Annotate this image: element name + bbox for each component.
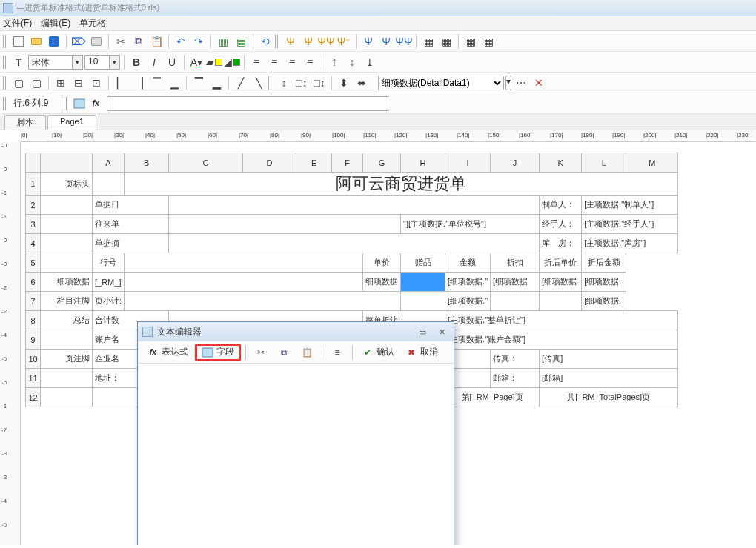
- insert-row-button[interactable]: ▤: [233, 33, 249, 50]
- report-title[interactable]: 阿可云商贸进货单: [125, 173, 678, 196]
- gripper-icon: [275, 35, 279, 48]
- dialog-close-button[interactable]: ✕: [434, 326, 449, 338]
- redo-button[interactable]: ↷: [190, 33, 207, 50]
- menu-cell[interactable]: 单元格: [79, 17, 106, 30]
- dialog-titlebar[interactable]: 文本编辑器 ▭ ✕: [138, 322, 454, 341]
- bold-button[interactable]: B: [128, 54, 145, 70]
- align-left-button[interactable]: ≡: [248, 54, 265, 70]
- font-t-button[interactable]: T: [10, 54, 27, 70]
- band-opt-button[interactable]: ⋯: [513, 75, 529, 91]
- link2-button[interactable]: □↕: [311, 75, 328, 91]
- bdiag2[interactable]: ╲: [251, 75, 267, 91]
- bthick1[interactable]: ▔: [190, 75, 207, 91]
- toolbar-formula: 行:6 列:9 fx: [0, 93, 756, 114]
- bside-t[interactable]: ▔: [148, 75, 165, 91]
- bdiag1[interactable]: ╱: [233, 75, 249, 91]
- border3-button[interactable]: ⊞: [53, 75, 69, 91]
- window-title: —进货单标准格式(进货单标准格式0.rls): [16, 2, 159, 13]
- toolbar-borders: ▢ ▢ ⊞ ⊟ ⊡ ▏ ▕ ▔ ▁ ▔ ▁ ╱ ╲ ↕ □↕ □↕ ⬍ ⬌ 细项…: [0, 73, 756, 93]
- size2-button[interactable]: ⬌: [354, 75, 370, 91]
- border4-button[interactable]: ⊟: [70, 75, 87, 91]
- size1-button[interactable]: ⬍: [336, 75, 352, 91]
- dlg-copy-button[interactable]: ⧉: [273, 344, 294, 361]
- band-del-button[interactable]: ✕: [531, 75, 547, 91]
- gripper-icon: [3, 56, 7, 69]
- italic-button[interactable]: I: [146, 54, 162, 70]
- grid2-button[interactable]: ▦: [438, 33, 454, 50]
- align-center-button[interactable]: ≡: [266, 54, 282, 70]
- cut-button[interactable]: ✂: [113, 33, 129, 50]
- underline-button[interactable]: U: [164, 54, 180, 70]
- band7-button[interactable]: ΨΨ: [396, 33, 412, 50]
- horizontal-ruler: |0||10||20||30||40||50||60||70||80||90||…: [21, 130, 756, 142]
- band-select-arrow[interactable]: ▾: [505, 76, 511, 90]
- bthick2[interactable]: ▁: [208, 75, 225, 91]
- border-color-button[interactable]: ◢: [224, 54, 240, 70]
- dialog-title-text: 文本编辑器: [157, 326, 202, 338]
- align-right-button[interactable]: ≡: [284, 54, 300, 70]
- grid3-button[interactable]: ▦: [462, 33, 479, 50]
- bside-b[interactable]: ▁: [166, 75, 182, 91]
- gripper-icon: [3, 35, 7, 48]
- cancel-button[interactable]: ✖取消: [401, 344, 442, 361]
- print-button[interactable]: [88, 33, 105, 50]
- expression-button[interactable]: fx 表达式: [142, 344, 193, 361]
- font-name-combo[interactable]: 宋体▾: [28, 55, 83, 70]
- save-button[interactable]: [46, 33, 62, 50]
- open-button[interactable]: [28, 33, 44, 50]
- dlg-cut-button[interactable]: ✂: [251, 344, 271, 361]
- undo-button[interactable]: ↶: [173, 33, 189, 50]
- bside-r[interactable]: ▕: [130, 75, 147, 91]
- anchor-button[interactable]: ↕: [276, 75, 292, 91]
- text-editor-dialog[interactable]: 文本编辑器 ▭ ✕ fx 表达式 字段 ✂ ⧉ 📋 ≡ ✔确认: [137, 321, 454, 545]
- band3-button[interactable]: ΨΨ: [318, 33, 334, 50]
- confirm-button[interactable]: ✔确认: [357, 344, 399, 361]
- font-color-button[interactable]: A▾: [188, 54, 205, 70]
- align-justify-button[interactable]: ≡: [302, 54, 318, 70]
- insert-col-button[interactable]: ▥: [215, 33, 231, 50]
- copy-button[interactable]: ⧉: [130, 33, 147, 50]
- tab-script[interactable]: 脚本: [4, 115, 46, 130]
- fx-icon[interactable]: fx: [89, 97, 102, 110]
- gripper-icon: [268, 76, 273, 90]
- exit-button[interactable]: ⟲: [257, 33, 273, 50]
- formula-input[interactable]: [107, 96, 388, 111]
- paste-button[interactable]: 📋: [148, 33, 165, 50]
- border2-button[interactable]: ▢: [28, 75, 44, 91]
- dialog-minimize-button[interactable]: ▭: [415, 326, 430, 338]
- selected-cell[interactable]: [401, 273, 445, 292]
- grid4-button[interactable]: ▦: [480, 33, 497, 50]
- band-select[interactable]: 细项数据(DetailData1): [378, 76, 504, 90]
- grid1-button[interactable]: ▦: [420, 33, 437, 50]
- valign-mid-button[interactable]: ↕: [344, 54, 360, 70]
- dialog-icon: [142, 327, 153, 337]
- dlg-paste-button[interactable]: 📋: [296, 344, 317, 361]
- gripper-icon: [3, 76, 7, 90]
- app-icon: [3, 3, 13, 13]
- font-size-combo[interactable]: 10▾: [84, 55, 120, 70]
- new-button[interactable]: [10, 33, 27, 50]
- cell-address-label: 行:6 列:9: [10, 97, 62, 110]
- band6-button[interactable]: Ψ: [378, 33, 394, 50]
- band5-button[interactable]: Ψ: [360, 33, 377, 50]
- dialog-toolbar: fx 表达式 字段 ✂ ⧉ 📋 ≡ ✔确认 ✖取消: [138, 341, 454, 364]
- dialog-text-area[interactable]: [138, 364, 454, 545]
- link1-button[interactable]: □↕: [294, 75, 310, 91]
- tab-strip: 脚本 Page1: [0, 114, 756, 130]
- field-button[interactable]: 字段: [195, 344, 241, 361]
- print-preview-button[interactable]: ⌦: [70, 33, 87, 50]
- valign-bot-button[interactable]: ⤓: [362, 54, 378, 70]
- band4-button[interactable]: Ψ⁺: [336, 33, 352, 50]
- fill-color-button[interactable]: ▰: [206, 54, 222, 70]
- field-icon[interactable]: [71, 96, 87, 112]
- tab-page1[interactable]: Page1: [47, 115, 96, 130]
- valign-top-button[interactable]: ⤒: [326, 54, 342, 70]
- bside-l[interactable]: ▏: [113, 75, 129, 91]
- band1-button[interactable]: Ψ: [282, 33, 299, 50]
- dlg-align-button[interactable]: ≡: [327, 344, 348, 361]
- border1-button[interactable]: ▢: [10, 75, 27, 91]
- menu-file[interactable]: 文件(F): [3, 17, 32, 30]
- menu-edit[interactable]: 编辑(E): [41, 17, 70, 30]
- border5-button[interactable]: ⊡: [88, 75, 105, 91]
- band2-button[interactable]: Ψ: [300, 33, 316, 50]
